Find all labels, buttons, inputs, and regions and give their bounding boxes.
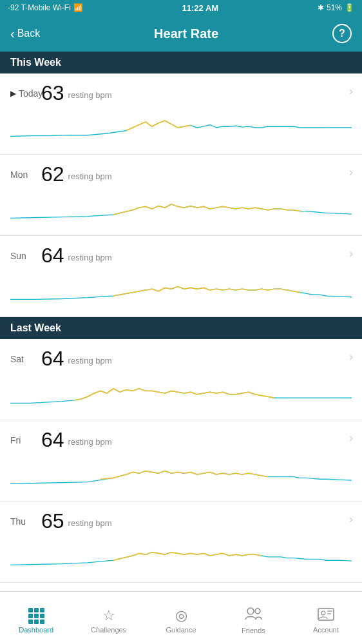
- nav-label-guidance: Guidance: [166, 626, 196, 634]
- chart-today: [0, 108, 362, 154]
- day-label-thu: Thu: [10, 516, 41, 527]
- status-battery: ✱ 51% 🔋: [318, 3, 354, 12]
- day-bpm-thu: 65: [41, 509, 64, 533]
- day-row-sat[interactable]: Sat 64 resting bpm ›: [0, 339, 362, 420]
- chevron-right-icon: ›: [349, 349, 353, 363]
- guidance-icon: ◎: [175, 607, 187, 624]
- nav-item-friends[interactable]: Friends: [217, 592, 289, 644]
- chart-sun: [0, 270, 362, 317]
- friends-icon: [244, 607, 262, 625]
- svg-point-1: [255, 609, 260, 614]
- svg-rect-2: [318, 609, 334, 620]
- day-row-today[interactable]: ▶ Today 63 resting bpm ›: [0, 73, 362, 155]
- chevron-right-icon: ›: [349, 512, 353, 525]
- day-bpm-label-fri: resting bpm: [68, 437, 112, 447]
- chart-sat: [0, 373, 362, 420]
- chevron-right-icon: ›: [349, 165, 353, 179]
- day-label-fri: Fri: [10, 435, 41, 445]
- help-button[interactable]: ?: [332, 24, 352, 43]
- dashboard-icon: [28, 608, 44, 624]
- chevron-right-icon: ›: [349, 431, 353, 444]
- page-title: Heart Rate: [154, 26, 218, 41]
- day-label-mon: Mon: [10, 170, 41, 180]
- chevron-right-icon: ›: [349, 84, 353, 97]
- day-bpm-label-mon: resting bpm: [68, 171, 112, 181]
- day-bpm-label-sun: resting bpm: [68, 253, 112, 262]
- chevron-right-icon: ›: [349, 246, 353, 260]
- day-bpm-label-thu: resting bpm: [68, 518, 112, 528]
- account-icon: [318, 607, 334, 624]
- day-row-thu[interactable]: Thu 65 resting bpm ›: [0, 502, 362, 583]
- section-this-week: This Week: [0, 52, 362, 73]
- day-bpm-mon: 62: [41, 162, 64, 186]
- chart-fri: [0, 454, 362, 501]
- status-carrier: -92 T-Mobile Wi-Fi 📶: [8, 3, 83, 12]
- chart-thu: [0, 536, 362, 582]
- svg-point-3: [321, 611, 325, 615]
- nav-label-challenges: Challenges: [91, 626, 126, 634]
- day-bpm-sun: 64: [41, 244, 64, 268]
- challenges-icon: ☆: [102, 607, 115, 624]
- chart-mon: [0, 189, 362, 235]
- nav-label-dashboard: Dashboard: [19, 626, 53, 634]
- day-label-sat: Sat: [10, 354, 41, 364]
- status-time: 11:22 AM: [182, 3, 219, 13]
- help-icon: ?: [339, 28, 345, 39]
- day-bpm-label-today: resting bpm: [68, 90, 112, 100]
- day-row-sun[interactable]: Sun 64 resting bpm ›: [0, 236, 362, 317]
- day-bpm-label-sat: resting bpm: [68, 356, 112, 366]
- section-last-week: Last Week: [0, 317, 362, 339]
- nav-item-account[interactable]: Account: [290, 592, 362, 644]
- day-bpm-today: 63: [41, 81, 64, 105]
- status-bar: -92 T-Mobile Wi-Fi 📶 11:22 AM ✱ 51% 🔋: [0, 0, 362, 15]
- back-chevron-icon: ‹: [10, 27, 15, 40]
- day-label-sun: Sun: [10, 251, 41, 261]
- day-bpm-fri: 64: [41, 428, 64, 452]
- back-button[interactable]: ‹ Back: [10, 27, 40, 40]
- nav-label-account: Account: [313, 626, 339, 634]
- nav-item-dashboard[interactable]: Dashboard: [0, 592, 72, 644]
- back-label: Back: [17, 28, 41, 39]
- day-row-fri[interactable]: Fri 64 resting bpm ›: [0, 420, 362, 502]
- bottom-nav: Dashboard ☆ Challenges ◎ Guidance Friend…: [0, 591, 362, 644]
- scroll-content: This Week ▶ Today 63 resting bpm › Mon 6…: [0, 52, 362, 644]
- nav-label-friends: Friends: [242, 627, 265, 634]
- day-label-today: ▶ Today: [10, 88, 41, 99]
- day-row-mon[interactable]: Mon 62 resting bpm ›: [0, 155, 362, 236]
- today-arrow-icon: ▶: [10, 89, 16, 98]
- nav-item-challenges[interactable]: ☆ Challenges: [72, 592, 144, 644]
- header: ‹ Back Heart Rate ?: [0, 15, 362, 52]
- day-bpm-sat: 64: [41, 347, 64, 371]
- svg-point-0: [247, 608, 254, 614]
- nav-item-guidance[interactable]: ◎ Guidance: [145, 592, 217, 644]
